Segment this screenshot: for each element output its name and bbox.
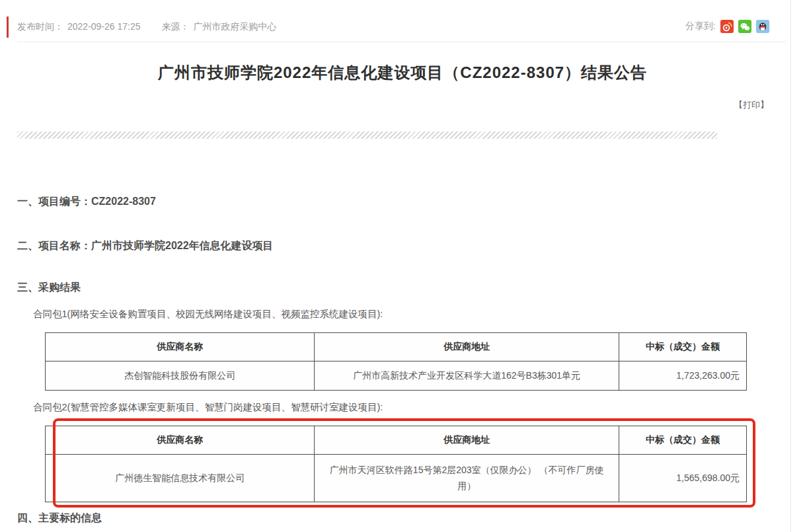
meta-bar: 发布时间：2022-09-26 17:25来源：广州市政府采购中心 分享到:	[17, 0, 786, 42]
share-label: 分享到:	[685, 20, 716, 32]
table-row: 杰创智能科技股份有限公司 广州市高新技术产业开发区科学大道162号B3栋301单…	[46, 361, 747, 391]
table-header-row: 供应商名称 供应商地址 中标（成交）金额	[46, 426, 747, 455]
package2-table: 供应商名称 供应商地址 中标（成交）金额 广州德生智能信息技术有限公司 广州市天…	[45, 426, 747, 502]
package1-label: 合同包1(网络安全设备购置项目、校园无线网络建设项目、视频监控系统建设项目):	[33, 308, 805, 321]
source-value: 广州市政府采购中心	[194, 21, 277, 32]
col-header-supplier-name: 供应商名称	[46, 426, 315, 455]
content-right-border	[790, 0, 791, 532]
source-label: 来源：	[162, 21, 190, 32]
section-main-subject-info: 四、主要标的信息	[17, 512, 805, 525]
publish-time-value: 2022-09-26 17:25	[67, 21, 141, 32]
col-header-supplier-name: 供应商名称	[46, 333, 315, 361]
supplier-address-cell: 广州市高新技术产业开发区科学大道162号B3栋301单元	[315, 361, 619, 391]
publish-info: 发布时间：2022-09-26 17:25来源：广州市政府采购中心	[17, 21, 277, 33]
section-project-number: 一、项目编号：CZ2022-8307	[17, 195, 805, 209]
wechat-icon[interactable]	[738, 20, 751, 33]
package1-table-wrap: 供应商名称 供应商地址 中标（成交）金额 杰创智能科技股份有限公司 广州市高新技…	[45, 332, 747, 391]
supplier-name-cell: 杰创智能科技股份有限公司	[46, 361, 315, 391]
section-project-name: 二、项目名称：广州市技师学院2022年信息化建设项目	[17, 239, 805, 253]
announcement-body: 一、项目编号：CZ2022-8307 二、项目名称：广州市技师学院2022年信息…	[17, 195, 805, 532]
print-button[interactable]: 【打印】	[734, 100, 769, 110]
print-row: 【打印】	[0, 98, 805, 111]
award-amount-cell: 1,565,698.00元	[619, 455, 746, 502]
annotation-red-tick	[7, 17, 9, 38]
publish-time-label: 发布时间：	[17, 21, 63, 32]
table-row: 广州德生智能信息技术有限公司 广州市天河区软件路15号第2层203室（仅限办公）…	[46, 455, 747, 502]
qq-icon[interactable]	[756, 20, 769, 33]
section-procurement-result: 三、采购结果	[17, 281, 805, 295]
page-title: 广州市技师学院2022年信息化建设项目（CZ2022-8307）结果公告	[0, 62, 805, 83]
weibo-icon[interactable]	[720, 20, 734, 33]
table-header-row: 供应商名称 供应商地址 中标（成交）金额	[46, 333, 747, 361]
award-amount-cell: 1,723,263.00元	[619, 361, 746, 391]
col-header-award-amount: 中标（成交）金额	[619, 426, 746, 455]
supplier-name-cell: 广州德生智能信息技术有限公司	[46, 455, 315, 502]
package2-label: 合同包2(智慧管控多媒体课室更新项目、智慧门岗建设项目、智慧研讨室建设项目):	[33, 401, 805, 414]
package1-table: 供应商名称 供应商地址 中标（成交）金额 杰创智能科技股份有限公司 广州市高新技…	[45, 332, 747, 391]
package2-table-wrap: 供应商名称 供应商地址 中标（成交）金额 广州德生智能信息技术有限公司 广州市天…	[45, 426, 747, 502]
col-header-award-amount: 中标（成交）金额	[619, 333, 746, 361]
supplier-address-cell: 广州市天河区软件路15号第2层203室（仅限办公） （不可作厂房使用）	[315, 455, 619, 502]
hatched-divider	[17, 132, 717, 139]
share-bar: 分享到:	[685, 20, 769, 33]
col-header-supplier-address: 供应商地址	[315, 333, 619, 361]
col-header-supplier-address: 供应商地址	[315, 426, 619, 455]
